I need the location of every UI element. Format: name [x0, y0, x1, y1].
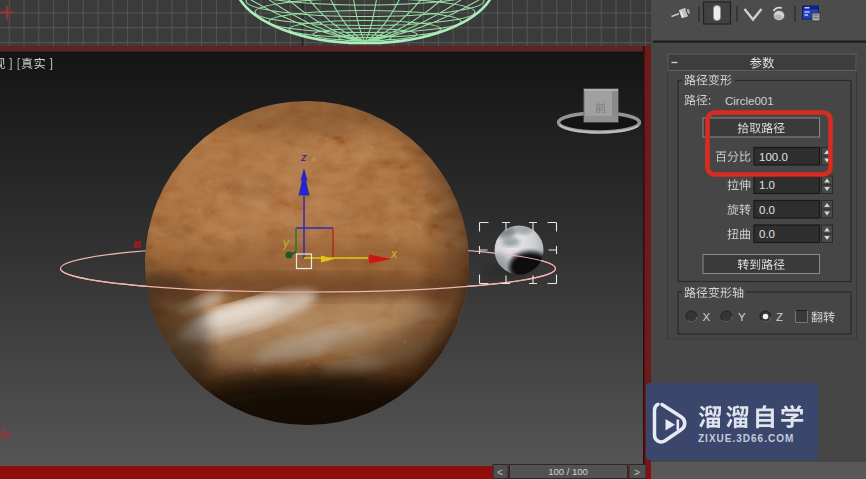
svg-text:z: z — [300, 151, 307, 163]
svg-text:x: x — [390, 247, 398, 261]
svg-text:ZIXUE.3D66.COM: ZIXUE.3D66.COM — [698, 433, 794, 444]
svg-text:0.0: 0.0 — [759, 204, 775, 216]
svg-text:>: > — [634, 467, 640, 478]
svg-text:100 / 100: 100 / 100 — [548, 466, 588, 477]
svg-text:<: < — [497, 467, 503, 478]
svg-text:100.0: 100.0 — [759, 151, 788, 163]
svg-text:y: y — [282, 236, 290, 250]
svg-text:0.0: 0.0 — [759, 228, 775, 240]
svg-text:Z: Z — [776, 311, 783, 323]
svg-text:X: X — [703, 311, 711, 323]
svg-text:1.0: 1.0 — [759, 179, 775, 191]
svg-text:Y: Y — [738, 311, 746, 323]
svg-text:Circle001: Circle001 — [725, 95, 774, 107]
